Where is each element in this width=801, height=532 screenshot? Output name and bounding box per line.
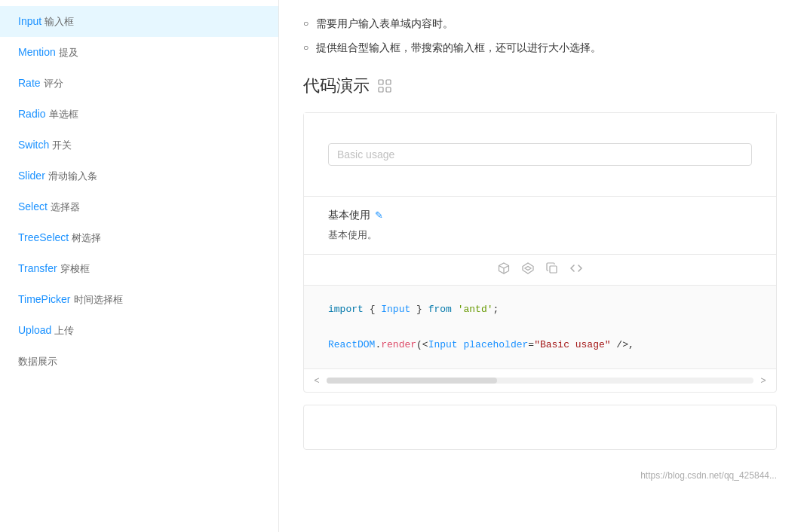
sidebar-item-slider[interactable]: Slider 滑动输入条 <box>0 161 278 191</box>
codepen-icon[interactable] <box>522 262 534 277</box>
sidebar-item-treeselect[interactable]: TreeSelect 树选择 <box>0 222 278 253</box>
basic-usage-input[interactable] <box>328 143 752 166</box>
section-title: 代码演示 <box>303 75 777 97</box>
bullet-list: 需要用户输入表单域内容时。 提供组合型输入框，带搜索的输入框，还可以进行大小选择… <box>303 15 777 57</box>
sidebar-item-en: Transfer <box>18 261 57 277</box>
sidebar-item-switch[interactable]: Switch 开关 <box>0 130 278 161</box>
sidebar-item-en: Upload <box>18 323 51 338</box>
bullet-item-1: 需要用户输入表单域内容时。 <box>303 15 777 32</box>
sidebar-item-en: Mention <box>18 44 56 60</box>
code-scrollbar: < > <box>304 368 776 392</box>
svg-rect-6 <box>550 266 557 273</box>
sidebar-item-cn: 单选框 <box>49 107 78 122</box>
svg-rect-2 <box>379 87 383 92</box>
bottom-preview-box <box>303 405 777 450</box>
svg-rect-0 <box>379 80 383 84</box>
sidebar-item-cn: 穿梭框 <box>60 261 90 277</box>
sidebar-item-cn: 选择器 <box>51 200 80 215</box>
sidebar-item-cn: 开关 <box>52 138 72 153</box>
sidebar-item-rate[interactable]: Rate 评分 <box>0 68 278 99</box>
demo-preview <box>304 113 776 196</box>
sidebar-item-cn: 时间选择框 <box>74 292 123 307</box>
sidebar-item-cn: 树选择 <box>72 231 101 246</box>
sidebar-item-upload[interactable]: Upload 上传 <box>0 315 278 346</box>
sidebar-item-cn: 评分 <box>44 76 63 91</box>
watermark: https://blog.csdn.net/qq_425844... <box>640 470 777 481</box>
sidebar-item-cn: 输入框 <box>44 14 74 29</box>
sidebar-section-data: 数据展示 <box>0 346 278 371</box>
sidebar-item-transfer[interactable]: Transfer 穿梭框 <box>0 253 278 284</box>
sidebar-item-timepicker[interactable]: TimePicker 时间选择框 <box>0 284 278 315</box>
bullet-item-2: 提供组合型输入框，带搜索的输入框，还可以进行大小选择。 <box>303 39 777 56</box>
sidebar-item-cn: 上传 <box>54 323 74 338</box>
sidebar-item-en: Slider <box>18 168 45 184</box>
sidebar-item-select[interactable]: Select 选择器 <box>0 191 278 222</box>
svg-rect-1 <box>386 80 391 84</box>
scroll-left-button[interactable]: < <box>310 374 324 387</box>
svg-marker-5 <box>525 266 531 270</box>
code-block: import { Input } from 'antd'; ReactDOM.r… <box>304 285 776 368</box>
sidebar-item-en: Switch <box>18 137 49 153</box>
main-content: 需要用户输入表单域内容时。 提供组合型输入框，带搜索的输入框，还可以进行大小选择… <box>279 0 801 532</box>
code-toolbar <box>304 254 776 285</box>
sidebar-item-mention[interactable]: Mention 提及 <box>0 37 278 68</box>
grid-icon <box>377 78 392 93</box>
codesandbox-icon[interactable] <box>498 262 510 277</box>
sidebar-item-en: Radio <box>18 106 46 122</box>
sidebar-item-cn: 提及 <box>59 45 78 60</box>
desc-text: 基本使用。 <box>328 228 752 242</box>
edit-icon[interactable]: ✎ <box>375 209 383 221</box>
sidebar-item-radio[interactable]: Radio 单选框 <box>0 99 278 130</box>
scroll-right-button[interactable]: > <box>756 374 770 387</box>
sidebar: Input 输入框 Mention 提及 Rate 评分 Radio 单选框 S… <box>0 0 279 532</box>
scroll-track[interactable] <box>327 378 753 384</box>
copy-icon[interactable] <box>546 262 558 277</box>
svg-rect-3 <box>386 87 391 92</box>
sidebar-item-en: Rate <box>18 75 41 91</box>
desc-title: 基本使用 ✎ <box>328 209 752 222</box>
sidebar-item-input[interactable]: Input 输入框 <box>0 6 278 37</box>
sidebar-item-en: TreeSelect <box>18 230 69 246</box>
demo-description: 基本使用 ✎ 基本使用。 <box>304 196 776 254</box>
demo-box: 基本使用 ✎ 基本使用。 <box>303 112 777 393</box>
sidebar-item-cn: 滑动输入条 <box>48 169 97 184</box>
code-expand-icon[interactable] <box>570 262 582 277</box>
sidebar-item-en: TimePicker <box>18 292 71 307</box>
scroll-thumb <box>327 378 497 384</box>
sidebar-item-en: Select <box>18 199 48 215</box>
sidebar-item-en: Input <box>18 14 41 29</box>
